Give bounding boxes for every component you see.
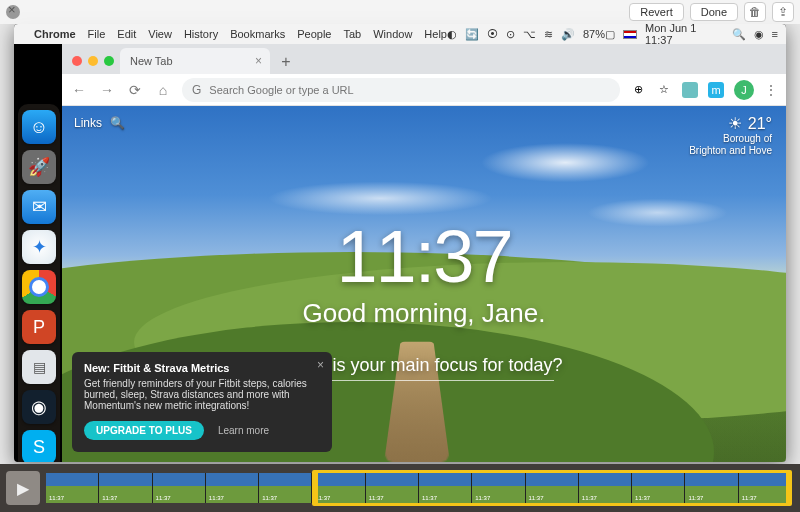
battery-status[interactable]: 87% ▢ bbox=[583, 28, 615, 41]
menu-help[interactable]: Help bbox=[424, 28, 447, 40]
learn-more-link[interactable]: Learn more bbox=[218, 425, 269, 436]
tab-close-icon[interactable]: × bbox=[255, 54, 262, 68]
reload-button[interactable]: ⟳ bbox=[126, 82, 144, 98]
volume-icon[interactable]: 🔊 bbox=[561, 28, 575, 41]
omnibox-placeholder: Search Google or type a URL bbox=[209, 84, 353, 96]
weather-location: Borough of bbox=[689, 133, 772, 145]
extension-icon[interactable]: ⊕ bbox=[630, 82, 646, 98]
play-button[interactable]: ▶ bbox=[6, 471, 40, 505]
trim-timeline: ▶ bbox=[0, 464, 800, 512]
promo-card: × New: Fitbit & Strava Metrics Get frien… bbox=[72, 352, 332, 452]
wifi-icon[interactable]: ≋ bbox=[544, 28, 553, 41]
window-minimize[interactable] bbox=[88, 56, 98, 66]
toolbar: ← → ⟳ ⌂ G Search Google or type a URL ⊕ … bbox=[62, 74, 786, 106]
status-icon[interactable]: ◐ bbox=[447, 28, 457, 41]
timeline-thumb[interactable] bbox=[153, 473, 206, 503]
dock-launchpad[interactable]: 🚀 bbox=[22, 150, 56, 184]
extension-icon[interactable] bbox=[682, 82, 698, 98]
timeline-thumb[interactable] bbox=[46, 473, 99, 503]
menu-bookmarks[interactable]: Bookmarks bbox=[230, 28, 285, 40]
menu-edit[interactable]: Edit bbox=[117, 28, 136, 40]
dock: ☺ 🚀 ✉ ✦ P ▤ ◉ S ➤ bbox=[18, 104, 60, 462]
trash-button[interactable]: 🗑 bbox=[744, 2, 766, 22]
share-button[interactable]: ⇪ bbox=[772, 2, 794, 22]
trim-selection[interactable] bbox=[316, 470, 788, 506]
menu-view[interactable]: View bbox=[148, 28, 172, 40]
status-icon[interactable]: ⦿ bbox=[487, 28, 498, 40]
siri-icon[interactable]: ◉ bbox=[754, 28, 764, 41]
close-preview-button[interactable] bbox=[6, 5, 20, 19]
notification-center-icon[interactable]: ≡ bbox=[772, 28, 778, 40]
menu-history[interactable]: History bbox=[184, 28, 218, 40]
dock-powerpoint[interactable]: P bbox=[22, 310, 56, 344]
tab-strip: New Tab × + bbox=[62, 44, 786, 74]
upgrade-button[interactable]: UPGRADE TO PLUS bbox=[84, 421, 204, 440]
extension-icon[interactable]: m bbox=[708, 82, 724, 98]
weather-location: Brighton and Hove bbox=[689, 145, 772, 157]
dock-mail[interactable]: ✉ bbox=[22, 190, 56, 224]
trim-handle-right[interactable] bbox=[786, 470, 792, 506]
focus-input[interactable] bbox=[294, 380, 554, 381]
promo-title: New: Fitbit & Strava Metrics bbox=[84, 362, 320, 374]
links-label: Links bbox=[74, 116, 102, 130]
clock-menubar[interactable]: Mon Jun 1 11:37 bbox=[645, 24, 724, 46]
status-icon[interactable]: ⌥ bbox=[523, 28, 536, 41]
new-tab-button[interactable]: + bbox=[274, 50, 298, 74]
dock-skype[interactable]: S bbox=[22, 430, 56, 462]
window-close[interactable] bbox=[72, 56, 82, 66]
dock-safari[interactable]: ✦ bbox=[22, 230, 56, 264]
browser-tab[interactable]: New Tab × bbox=[120, 48, 270, 74]
dock-preview[interactable]: ▤ bbox=[22, 350, 56, 384]
dock-steam[interactable]: ◉ bbox=[22, 390, 56, 424]
chrome-menu-icon[interactable]: ⋮ bbox=[764, 82, 778, 98]
home-button[interactable]: ⌂ bbox=[154, 82, 172, 98]
clock: 11:37 bbox=[336, 220, 511, 294]
newtab-page: Links 🔍 ☀21° Borough of Brighton and Hov… bbox=[62, 106, 786, 462]
dock-finder[interactable]: ☺ bbox=[22, 110, 56, 144]
menu-window[interactable]: Window bbox=[373, 28, 412, 40]
links-menu[interactable]: Links 🔍 bbox=[74, 116, 125, 130]
timeline-thumb[interactable] bbox=[259, 473, 312, 503]
profile-avatar[interactable]: J bbox=[734, 80, 754, 100]
menu-file[interactable]: File bbox=[88, 28, 106, 40]
weather-temp: 21° bbox=[748, 115, 772, 133]
omnibox[interactable]: G Search Google or type a URL bbox=[182, 78, 620, 102]
timeline-thumb[interactable] bbox=[99, 473, 152, 503]
app-menu[interactable]: Chrome bbox=[34, 28, 76, 40]
done-button[interactable]: Done bbox=[690, 3, 738, 21]
promo-body: Get friendly reminders of your Fitbit st… bbox=[84, 378, 320, 411]
search-engine-icon: G bbox=[192, 83, 201, 97]
greeting: Good morning, Jane. bbox=[303, 298, 546, 329]
promo-close-icon[interactable]: × bbox=[317, 358, 324, 372]
status-icon[interactable]: ⊙ bbox=[506, 28, 515, 41]
macos-menubar: Chrome File Edit View History Bookmarks … bbox=[14, 24, 786, 44]
window-zoom[interactable] bbox=[104, 56, 114, 66]
spotlight-icon[interactable]: 🔍 bbox=[732, 28, 746, 41]
flag-icon[interactable] bbox=[623, 30, 637, 39]
weather-icon: ☀ bbox=[728, 114, 742, 133]
forward-button[interactable]: → bbox=[98, 82, 116, 98]
chrome-window: New Tab × + ← → ⟳ ⌂ G Search Google or t… bbox=[62, 44, 786, 462]
weather-widget[interactable]: ☀21° Borough of Brighton and Hove bbox=[689, 114, 772, 157]
back-button[interactable]: ← bbox=[70, 82, 88, 98]
status-icon[interactable]: 🔄 bbox=[465, 28, 479, 41]
dock-chrome[interactable] bbox=[22, 270, 56, 304]
bookmark-star-icon[interactable]: ☆ bbox=[656, 82, 672, 98]
search-icon[interactable]: 🔍 bbox=[110, 116, 125, 130]
quicklook-toolbar: Revert Done 🗑 ⇪ bbox=[0, 0, 800, 24]
timeline-thumb[interactable] bbox=[206, 473, 259, 503]
revert-button[interactable]: Revert bbox=[629, 3, 683, 21]
menu-people[interactable]: People bbox=[297, 28, 331, 40]
timeline-track[interactable] bbox=[44, 470, 794, 506]
captured-desktop: Chrome File Edit View History Bookmarks … bbox=[14, 24, 786, 462]
menu-tab[interactable]: Tab bbox=[343, 28, 361, 40]
tab-title: New Tab bbox=[130, 55, 173, 67]
